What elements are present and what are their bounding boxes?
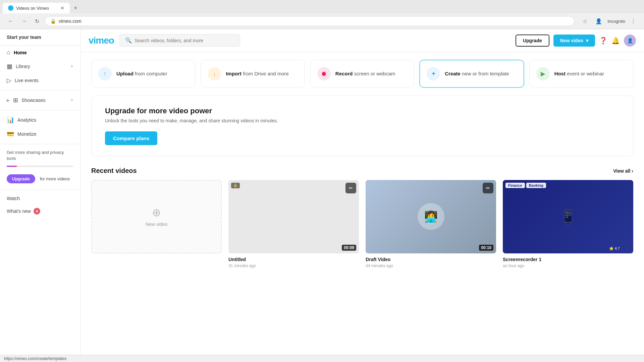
view-all-label: View all (613, 168, 630, 174)
whats-new-label: What's new (7, 208, 31, 214)
sidebar-item-whats-new[interactable]: What's new 4 (0, 204, 80, 218)
analytics-icon: 📊 (7, 116, 14, 124)
screenrecorder-video-title: Screenrecorder 1 (503, 257, 633, 262)
notifications-button[interactable]: 🔔 (611, 37, 620, 45)
create-noun: new or from template (462, 71, 509, 76)
new-video-card[interactable]: ⊕ New video (91, 180, 222, 268)
draft-video-title: Draft Video (366, 257, 496, 262)
monetize-icon: 💳 (7, 130, 14, 138)
main-content: ↑ Upload from computer ↓ Import from Dri… (80, 52, 644, 361)
upgrade-banner: Upgrade for more video power Unlock the … (91, 96, 633, 156)
sidebar-label-home: Home (14, 50, 27, 55)
finance-tags: Finance Banking (505, 183, 546, 188)
lock-icon: 🔒 (50, 18, 56, 24)
recent-videos-title: Recent videos (91, 167, 137, 175)
search-bar[interactable]: 🔍 (119, 34, 240, 47)
bookmark-button[interactable]: ☆ (580, 17, 590, 26)
url-text: vimeo.com (59, 18, 82, 24)
status-bar: https://vimeo.com/create/templates (0, 355, 644, 362)
view-all-link[interactable]: View all › (613, 168, 633, 174)
sidebar-item-analytics[interactable]: 📊 Analytics (0, 113, 80, 127)
back-button[interactable]: ← (5, 17, 16, 25)
showcases-icon: ⊞ (13, 97, 18, 104)
recent-videos-header: Recent videos View all › (91, 167, 633, 175)
sidebar-divider-3 (0, 144, 80, 144)
edit-overlay-icon: ✏ (345, 183, 356, 193)
browser-nav: ← → ↻ 🔒 vimeo.com ☆ 👤 Incognito ⋮ (0, 13, 644, 29)
sidebar-nav: ⌂ Home ▦ Library + ▷ Live events ▶ ⊞ Sho… (0, 46, 80, 361)
import-noun: from Drive and more (243, 71, 289, 76)
header-actions: Upgrade New video ▾ ❓ 🔔 👤 (516, 35, 636, 47)
new-tab-button[interactable]: + (71, 3, 80, 13)
sidebar-upgrade-suffix: for more videos (40, 176, 70, 181)
reload-button[interactable]: ↻ (32, 17, 42, 26)
help-button[interactable]: ❓ (599, 37, 607, 45)
untitled-video-time: 31 minutes ago (228, 263, 359, 268)
chevron-down-icon: ▾ (586, 38, 588, 43)
record-card-text: Record screen or webcam (335, 71, 395, 77)
library-add-icon[interactable]: + (70, 63, 73, 69)
forward-button[interactable]: → (19, 17, 30, 25)
host-card[interactable]: ▶ Host event or webinar (529, 60, 633, 87)
sidebar-item-showcases[interactable]: ▶ ⊞ Showcases + (0, 93, 80, 107)
record-verb: Record (335, 71, 354, 76)
progress-bar-container (0, 164, 80, 171)
untitled-thumbnail: 🔒 00:09 ✏ (228, 180, 359, 253)
search-input[interactable] (135, 38, 228, 43)
video-card-untitled[interactable]: 🔒 00:09 ✏ Untitled 31 minutes ago (228, 180, 359, 268)
compare-plans-button[interactable]: Compare plans (105, 131, 157, 145)
create-verb: Create (445, 71, 462, 76)
draft-video-time: 44 minutes ago (366, 263, 496, 268)
search-icon: 🔍 (125, 37, 132, 44)
record-card[interactable]: ⏺ Record screen or webcam (310, 60, 414, 87)
sidebar-item-monetize[interactable]: 💳 Monetize (0, 127, 80, 141)
sidebar-item-watch[interactable]: Watch (0, 192, 80, 204)
create-card[interactable]: ✦ Create new or from template (420, 60, 524, 87)
active-tab[interactable]: Videos on Vimeo ✕ (3, 3, 70, 13)
showcases-add-icon[interactable]: + (70, 97, 73, 103)
menu-button[interactable]: ⋮ (628, 17, 639, 26)
video-card-draft[interactable]: 👩‍💻 00:10 ✏ Draft Video 44 minutes ago (366, 180, 496, 268)
upload-card[interactable]: ↑ Upload from computer (91, 60, 195, 87)
tab-title: Videos on Vimeo (16, 6, 49, 11)
avatar[interactable]: 👤 (624, 35, 636, 47)
vimeo-logo[interactable]: vimeo (89, 35, 114, 46)
promo-text: Get more sharing and privacy tools (7, 150, 64, 161)
host-noun: event or webinar (567, 71, 604, 76)
duration-badge: 00:09 (342, 245, 356, 251)
upgrade-banner-title: Upgrade for more video power (105, 107, 620, 115)
incognito-label: Incognito (607, 19, 625, 24)
new-video-button[interactable]: New video ▾ (553, 35, 595, 47)
sidebar-team-label[interactable]: Start your team (0, 29, 80, 46)
upload-noun: from computer (135, 71, 167, 76)
main-area: vimeo 🔍 Upgrade New video ▾ ❓ 🔔 👤 (80, 29, 644, 361)
upgrade-button[interactable]: Upgrade (516, 35, 549, 47)
showcases-expand-icon: ▶ (7, 98, 10, 103)
status-url: https://vimeo.com/create/templates (4, 356, 66, 361)
finance-tag: Finance (505, 183, 525, 188)
profile-button[interactable]: 👤 (593, 17, 605, 26)
sidebar-upgrade-button[interactable]: Upgrade (7, 174, 35, 183)
sidebar-label-showcases: Showcases (21, 98, 46, 103)
browser-actions: ☆ 👤 Incognito ⋮ (580, 17, 639, 26)
sidebar-item-live-events[interactable]: ▷ Live events (0, 73, 80, 87)
sidebar-item-library[interactable]: ▦ Library + (0, 59, 80, 73)
app-header: vimeo 🔍 Upgrade New video ▾ ❓ 🔔 👤 (80, 29, 644, 52)
add-video-label: New video (146, 222, 167, 227)
sidebar-upgrade-row[interactable]: Upgrade for more videos (0, 171, 80, 187)
close-tab-button[interactable]: ✕ (60, 5, 64, 11)
host-verb: Host (554, 71, 567, 76)
upgrade-banner-desc: Unlock the tools you need to make, manag… (105, 118, 620, 123)
import-card[interactable]: ↓ Import from Drive and more (201, 60, 305, 87)
browser-chrome: Videos on Vimeo ✕ + ← → ↻ 🔒 vimeo.com ☆ … (0, 0, 644, 29)
banking-tag: Banking (526, 183, 546, 188)
app: Start your team ⌂ Home ▦ Library + ▷ Liv… (0, 29, 644, 361)
video-card-screenrecorder[interactable]: Finance Banking 📱 ⭐ 4.7 Screenrecorder 1… (503, 180, 633, 268)
draft-edit-icon: ✏ (483, 183, 493, 193)
create-card-text: Create new or from template (445, 71, 509, 77)
import-card-text: Import from Drive and more (226, 71, 289, 77)
record-noun: screen or webcam (354, 71, 395, 76)
host-card-text: Host event or webinar (554, 71, 604, 77)
sidebar-item-home[interactable]: ⌂ Home (0, 46, 80, 59)
address-bar[interactable]: 🔒 vimeo.com (45, 16, 575, 26)
